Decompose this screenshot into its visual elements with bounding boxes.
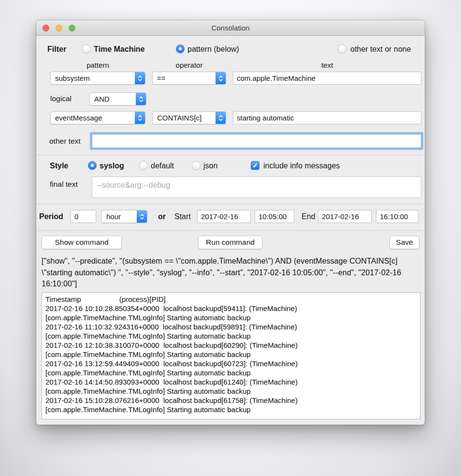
- log-line: 2017-02-16 12:10:38.310070+0000 localhos…: [45, 341, 417, 350]
- checkmark-icon: ✓: [252, 162, 258, 169]
- filter-pattern-radio[interactable]: [176, 45, 185, 53]
- log-line: [com.apple.TimeMachine.TMLogInfo] Starti…: [45, 405, 417, 414]
- log-header-line: Timestamp (process)[PID]: [45, 295, 417, 304]
- pattern-select-2[interactable]: eventMessage: [50, 111, 145, 124]
- style-default-radio[interactable]: [139, 161, 148, 170]
- title-bar[interactable]: Consolation: [36, 20, 425, 36]
- operator-select-1-value: ==: [157, 74, 166, 82]
- log-line: 2017-02-16 14:14:50.893093+0000 localhos…: [45, 377, 417, 387]
- filter-other-text-label[interactable]: other text or none: [350, 45, 411, 54]
- window-title: Consolation: [36, 20, 425, 36]
- style-json-label[interactable]: json: [203, 162, 217, 170]
- style-label: Style: [50, 162, 68, 170]
- log-line: [com.apple.TimeMachine.TMLogInfo] Starti…: [45, 387, 417, 396]
- operator-select-2[interactable]: CONTAINS[c]: [152, 111, 226, 124]
- log-line: [com.apple.TimeMachine.TMLogInfo] Starti…: [45, 331, 417, 341]
- command-output-text: ["show", "--predicate", "(subsystem == \…: [42, 255, 421, 290]
- filter-other-text-radio[interactable]: [338, 45, 346, 53]
- end-date-field[interactable]: [318, 210, 372, 223]
- period-unit-select[interactable]: hour: [101, 210, 147, 223]
- final-text-label: final text: [50, 180, 78, 189]
- logical-select[interactable]: AND: [89, 92, 146, 105]
- period-value-field[interactable]: [71, 210, 96, 223]
- style-json-radio[interactable]: [192, 161, 201, 170]
- logical-label: logical: [50, 94, 72, 103]
- text-column-label: text: [233, 61, 421, 69]
- period-label: Period: [39, 212, 63, 221]
- zoom-button[interactable]: [69, 25, 75, 31]
- popup-chevrons-icon: [137, 210, 147, 223]
- period-unit-value: hour: [106, 212, 121, 221]
- filter-time-machine-radio[interactable]: [82, 45, 91, 53]
- or-label: or: [158, 212, 166, 221]
- end-time-field[interactable]: [376, 210, 418, 223]
- start-label: Start: [174, 212, 191, 221]
- text-field-1[interactable]: [233, 72, 421, 85]
- app-window: Consolation Filter Time Machine pattern …: [36, 20, 425, 425]
- style-syslog-radio[interactable]: [88, 161, 97, 170]
- filter-time-machine-label[interactable]: Time Machine: [94, 45, 145, 54]
- log-line: [com.apple.TimeMachine.TMLogInfo] Starti…: [45, 350, 417, 359]
- operator-select-1[interactable]: ==: [152, 72, 226, 85]
- separator: [36, 230, 425, 231]
- pattern-select-1[interactable]: subsystem: [50, 72, 145, 85]
- style-default-label[interactable]: default: [151, 162, 174, 170]
- other-text-label: other text: [49, 137, 81, 146]
- style-syslog-label[interactable]: syslog: [100, 162, 124, 170]
- end-label: End: [302, 212, 315, 221]
- popup-chevrons-icon: [135, 72, 145, 85]
- operator-select-2-value: CONTAINS[c]: [157, 114, 202, 122]
- operator-column-label: operator: [152, 61, 226, 69]
- filter-pattern-label[interactable]: pattern (below): [187, 45, 239, 54]
- other-text-input[interactable]: [92, 134, 421, 148]
- run-command-button[interactable]: Run command: [198, 236, 262, 249]
- log-line: 2017-02-16 15:10:28.076216+0000 localhos…: [45, 396, 417, 405]
- log-line: 2017-02-16 13:12:59.449409+0000 localhos…: [45, 359, 417, 368]
- log-line: [com.apple.TimeMachine.TMLogInfo] Starti…: [45, 313, 417, 322]
- include-info-label[interactable]: include info messages: [263, 162, 340, 170]
- text-field-2[interactable]: [233, 111, 421, 124]
- save-button[interactable]: Save: [389, 236, 419, 249]
- log-line: 2017-02-16 11:10:32.924316+0000 localhos…: [45, 322, 417, 331]
- popup-chevrons-icon: [216, 111, 226, 124]
- final-text-input[interactable]: [92, 177, 421, 198]
- popup-chevrons-icon: [216, 72, 226, 85]
- pattern-column-label: pattern: [50, 61, 145, 69]
- log-output-view[interactable]: Timestamp (process)[PID] 2017-02-16 10:1…: [42, 292, 420, 419]
- popup-chevrons-icon: [135, 111, 145, 124]
- filter-label: Filter: [47, 45, 66, 54]
- separator: [36, 204, 425, 204]
- logical-select-value: AND: [94, 95, 110, 103]
- log-line: [com.apple.TimeMachine.TMLogInfo] Starti…: [45, 368, 417, 377]
- minimize-button[interactable]: [56, 25, 62, 31]
- log-line: 2017-02-16 10:10:28.850354+0000 localhos…: [45, 304, 417, 313]
- popup-chevrons-icon: [136, 92, 146, 105]
- start-time-field[interactable]: [255, 210, 294, 223]
- start-date-field[interactable]: [197, 210, 251, 223]
- separator: [36, 155, 425, 155]
- pattern-select-1-value: subsystem: [55, 74, 90, 82]
- show-command-button[interactable]: Show command: [42, 236, 122, 249]
- pattern-select-2-value: eventMessage: [55, 114, 102, 122]
- close-button[interactable]: [43, 25, 49, 31]
- include-info-checkbox[interactable]: ✓: [251, 161, 259, 170]
